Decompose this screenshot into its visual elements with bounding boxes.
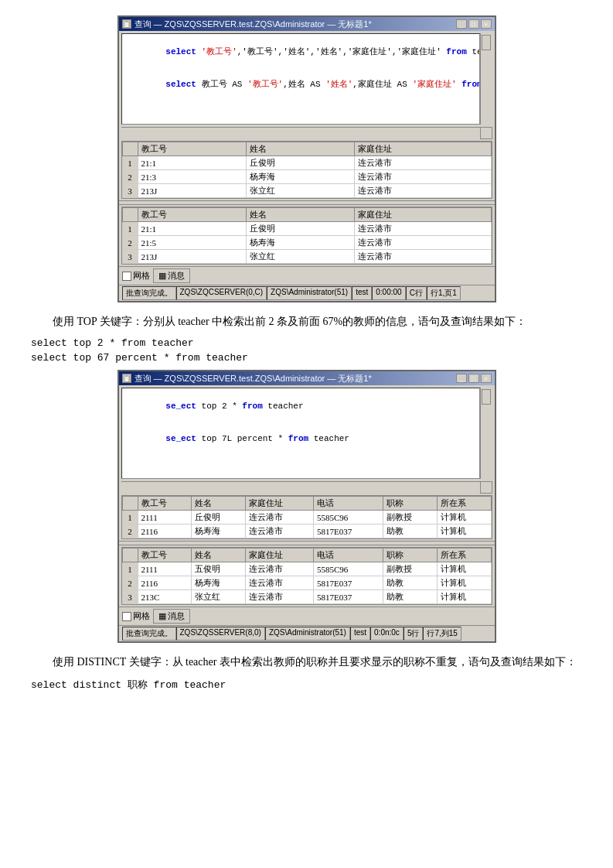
query-editor-container-2: se_ect top 2 * from teacher se_ect top 7… xyxy=(121,388,492,479)
table-cell: 丘俊明 xyxy=(192,511,246,525)
col-header-gonghao-2: 教工号 xyxy=(138,208,246,222)
messages-button[interactable]: ▦ 消息 xyxy=(153,268,190,283)
query-line-2: select 教工号 AS '教工号',姓名 AS '姓名',家庭住址 AS '… xyxy=(125,68,476,101)
table-cell: 21:5 xyxy=(138,236,246,250)
table-cell: 连云港市 xyxy=(354,250,491,264)
grid-checkbox-2[interactable]: 网格 xyxy=(122,610,150,622)
grid-label-2: 网格 xyxy=(133,610,150,622)
table-cell: 213J xyxy=(138,250,246,264)
code-line-2: select top 67 percent * from teacher xyxy=(31,352,582,364)
table-row: 3213C张立红连云港市5817E037助教计算机 xyxy=(122,590,491,604)
minimize-button[interactable]: _ xyxy=(456,19,467,29)
status-col-1: 行1,页1 xyxy=(427,286,461,300)
scroll-thumb-1[interactable] xyxy=(482,35,491,50)
table-row: 221:5杨寿海连云港市 xyxy=(122,236,491,250)
table-cell: 计算机 xyxy=(437,562,491,576)
table-cell: 助教 xyxy=(383,525,438,538)
editor-2-scrollbar-h[interactable] xyxy=(121,481,480,494)
rn-header-3 xyxy=(122,497,138,511)
results-1: 教工号 姓名 家庭住址 121:1丘俊明连云港市221:3杨寿海连云港市3213… xyxy=(121,141,492,199)
status-user-2: ZQS\Administrator(51) xyxy=(265,627,350,641)
window-1-titlebar: 📋 查询 — ZQS\ZQSSERVER.test.ZQS\Administra… xyxy=(119,17,495,31)
col-dianhua-3: 电话 xyxy=(313,497,383,511)
grid-check-box-2[interactable] xyxy=(122,612,131,621)
col-list: ,'教工号','姓名','姓名','家庭住址','家庭住址' xyxy=(237,47,447,56)
messages-icon-2: ▦ xyxy=(158,611,166,621)
table-cell: 5817E037 xyxy=(313,590,383,604)
table-cell: 连云港市 xyxy=(354,236,491,250)
code-line-3: select distinct 职称 from teacher xyxy=(31,678,582,692)
table-row: 22116杨寿海连云港市5817E037助教计算机 xyxy=(122,525,491,538)
result-4-header: 教工号 姓名 家庭住址 电话 职称 所在系 xyxy=(122,548,491,562)
results-4: 教工号 姓名 家庭住址 电话 职称 所在系 12111五俊明连云港市5585C9… xyxy=(121,547,492,605)
window-2-toolbar: 网格 ▦ 消息 xyxy=(119,607,495,625)
table-cell: 计算机 xyxy=(437,590,491,604)
alias-jiating: '家庭住址' xyxy=(412,80,456,89)
window-controls: _ □ × xyxy=(456,19,492,29)
col-jiating-2: ,家庭住址 AS xyxy=(352,80,412,89)
table-teacher-1: teacher xyxy=(472,47,479,56)
body-text-1-content: 使用 TOP 关键字：分别从 teacher 中检索出前 2 条及前面 67%的… xyxy=(53,316,526,327)
status-time-2: 0:0n:0c xyxy=(370,627,404,641)
result-table-3: 教工号 姓名 家庭住址 电话 职称 所在系 12111丘俊明连云港市5585C9… xyxy=(122,496,492,538)
col-header-gonghao-1: 教工号 xyxy=(138,142,246,156)
app-icon: 📋 xyxy=(122,19,131,29)
col-jiating-4: 家庭住址 xyxy=(245,548,313,562)
rn-header-2 xyxy=(122,208,138,222)
status-server-2: ZQS\ZQSSERVER(8,0) xyxy=(176,627,265,641)
table-row: 121:1丘俊明连云港市 xyxy=(122,222,491,236)
maximize-button-2[interactable]: □ xyxy=(468,374,479,383)
window-1-statusbar: 批查询完成。 ZQS\ZQCSERVER(0,C) ZQS\Administra… xyxy=(119,285,495,301)
grid-checkbox[interactable]: 网格 xyxy=(122,270,150,282)
result-2-header: 教工号 姓名 家庭住址 xyxy=(122,208,491,222)
table-cell: 副教授 xyxy=(383,562,438,576)
grid-check-box[interactable] xyxy=(122,272,131,281)
scroll-thumb-2[interactable] xyxy=(482,389,491,405)
query-editor-2[interactable]: se_ect top 2 * from teacher se_ect top 7… xyxy=(121,388,480,479)
editor-2-scrollbar-v[interactable] xyxy=(480,388,492,479)
kw-from-2: from xyxy=(457,80,480,89)
window-1-toolbar: 网格 ▦ 消息 xyxy=(119,266,495,285)
maximize-button[interactable]: □ xyxy=(468,19,479,29)
query-editor-1[interactable]: select '教工号','教工号','姓名','姓名','家庭住址','家庭住… xyxy=(121,33,480,125)
col-xingming-2: ,姓名 AS xyxy=(283,80,325,89)
kw-from-1: from xyxy=(446,47,472,56)
titlebar-left-2: 📋 查询 — ZQS\ZQSSERVER.test.ZQS\Administra… xyxy=(122,373,372,384)
table-row: 221:3杨寿海连云港市 xyxy=(122,170,491,184)
table-cell: 连云港市 xyxy=(354,170,491,184)
col-gonghao-4: 教工号 xyxy=(138,548,192,562)
status-label-1: 批查询完成。 xyxy=(122,286,176,300)
table-row: 3213J张立红连云港市 xyxy=(122,250,491,264)
table-row: 12111五俊明连云港市5585C96副教授计算机 xyxy=(122,562,491,576)
empty-line-2b xyxy=(125,466,476,477)
close-button[interactable]: × xyxy=(481,19,492,29)
editor-scrollbar-h[interactable] xyxy=(121,127,480,139)
status-server-1: ZQS\ZQCSERVER(0,C) xyxy=(176,286,267,300)
titlebar-left: 📋 查询 — ZQS\ZQSSERVER.test.ZQS\Administra… xyxy=(122,19,372,30)
table-cell: 连云港市 xyxy=(245,576,313,590)
col-suozai-3: 所在系 xyxy=(437,497,491,511)
table-cell: 连云港市 xyxy=(245,511,313,525)
messages-button-2[interactable]: ▦ 消息 xyxy=(153,609,190,624)
table-cell: 杨寿海 xyxy=(192,525,246,538)
table-cell: 助教 xyxy=(383,576,438,590)
status-label-2: 批查询完成。 xyxy=(122,627,176,641)
status-time-1: 0:00:00 xyxy=(372,286,405,300)
editor-scrollbar-v[interactable] xyxy=(480,33,492,125)
table-cell: 五俊明 xyxy=(192,562,246,576)
result-table-4: 教工号 姓名 家庭住址 电话 职称 所在系 12111五俊明连云港市5585C9… xyxy=(122,548,492,604)
table-cell: 连云港市 xyxy=(245,590,313,604)
scroll-corner-2 xyxy=(480,481,492,494)
table-cell: 5817E037 xyxy=(313,576,383,590)
col-header-jiating-1: 家庭住址 xyxy=(354,142,491,156)
table-cell: 21:1 xyxy=(138,156,246,170)
close-button-2[interactable]: × xyxy=(481,374,492,383)
minimize-button-2[interactable]: _ xyxy=(456,374,467,383)
col-gonghaos: '教工号' xyxy=(202,47,237,56)
table-cell: 连云港市 xyxy=(354,156,491,170)
status-db-2: test xyxy=(350,627,370,641)
table-cell: 计算机 xyxy=(437,511,491,525)
col-dianhua-4: 电话 xyxy=(313,548,383,562)
table-cell: 计算机 xyxy=(437,576,491,590)
window-1: 📋 查询 — ZQS\ZQSSERVER.test.ZQS\Administra… xyxy=(117,15,496,302)
